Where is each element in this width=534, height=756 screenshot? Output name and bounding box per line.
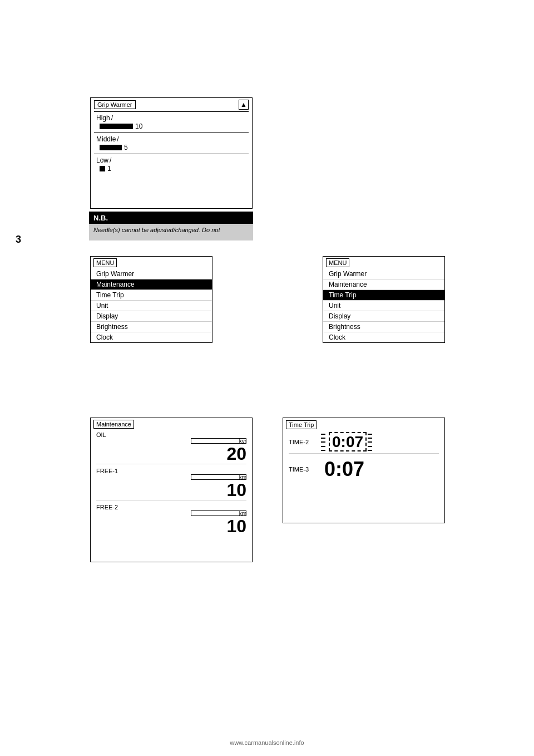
gw-low-value-line: 1 <box>100 165 246 173</box>
gw-middle-bar <box>100 145 122 150</box>
tt-title: Time Trip <box>286 420 317 429</box>
maint-free1-row: FREE-1 km 10 <box>91 467 252 500</box>
menu-item-display[interactable]: Display <box>323 311 444 322</box>
maint-header-row: Maintenance <box>91 418 252 430</box>
tt-spike-left <box>321 434 325 451</box>
menu-item-unit[interactable]: Unit <box>91 301 212 311</box>
nb-box: N.B. <box>89 212 253 224</box>
gw-high-label: High <box>96 114 246 122</box>
gw-middle-label: Middle <box>96 135 246 143</box>
maint-free1-bar <box>191 474 246 480</box>
menu-item-brightness[interactable]: Brightness <box>323 322 444 332</box>
menu-left-items: Grip WarmerMaintenanceTime TripUnitDispl… <box>91 269 212 342</box>
menu-item-grip-warmer[interactable]: Grip Warmer <box>91 269 212 279</box>
tt-time2-label: TIME-2 <box>289 439 322 445</box>
tt-time3-label: TIME-3 <box>289 466 322 473</box>
maint-free1-val-row: 10 <box>96 481 246 499</box>
maint-divider-2 <box>96 500 246 500</box>
menu-item-maintenance[interactable]: Maintenance <box>323 279 444 290</box>
tt-time2-value-wrap: 0:07 <box>327 434 367 451</box>
maint-free2-label: FREE-2 <box>96 504 246 510</box>
maint-free2-bar <box>191 510 246 516</box>
gw-high-value-line: 10 <box>100 122 246 130</box>
grip-warmer-diagram: Grip Warmer ▲ High 10 Middle 5 Low <box>90 97 253 209</box>
menu-item-display[interactable]: Display <box>91 311 212 322</box>
tt-time3-row: TIME-3 0:07 <box>283 457 444 482</box>
menu-right-header-label: MENU <box>326 258 349 267</box>
menu-left: MENU Grip WarmerMaintenanceTime TripUnit… <box>90 256 212 343</box>
maint-free1-label: FREE-1 <box>96 468 246 474</box>
gw-high-row: High 10 <box>91 112 252 132</box>
menu-left-header-label: MENU <box>93 258 117 267</box>
tt-time3-value: 0:07 <box>324 459 364 479</box>
menu-left-header: MENU <box>91 257 212 269</box>
gw-high-bar <box>100 124 133 129</box>
gw-high-value: 10 <box>135 122 142 130</box>
maint-oil-bar <box>191 438 246 444</box>
section-number: 3 <box>16 234 21 246</box>
menu-item-unit[interactable]: Unit <box>323 301 444 311</box>
menu-item-brightness[interactable]: Brightness <box>91 322 212 332</box>
page: 3 Grip Warmer ▲ High 10 Middle 5 <box>0 0 534 756</box>
menu-right-header: MENU <box>323 257 444 269</box>
menu-item-maintenance[interactable]: Maintenance <box>91 279 212 290</box>
maintenance-diagram: Maintenance OIL kyr 20 FREE-1 km 10 <box>90 418 253 562</box>
maint-free2-val-row: 10 <box>96 517 246 535</box>
footer: www.carmanualsonline.info <box>0 739 534 746</box>
nb-text2 <box>89 234 253 240</box>
menu-right: MENU Grip WarmerMaintenanceTime TripUnit… <box>323 256 445 343</box>
tt-divider <box>289 453 439 454</box>
maint-free2-unit: km <box>239 510 246 517</box>
gw-low-value: 1 <box>107 165 111 173</box>
menu-item-grip-warmer[interactable]: Grip Warmer <box>323 269 444 279</box>
maint-divider-1 <box>96 464 246 464</box>
gw-low-label: Low <box>96 156 246 164</box>
maint-oil-row: OIL kyr 20 <box>91 430 252 464</box>
maint-title: Maintenance <box>93 420 134 429</box>
tt-spike-right <box>368 434 372 451</box>
maint-oil-value: 20 <box>226 445 246 463</box>
gw-low-bar <box>100 166 105 171</box>
maint-free2-value: 10 <box>226 517 246 535</box>
time-trip-diagram: Time Trip TIME-2 0:07 <box>283 418 445 523</box>
maint-oil-val-row: 20 <box>96 445 246 463</box>
gw-middle-value-line: 5 <box>100 144 246 151</box>
menu-item-clock[interactable]: Clock <box>323 332 444 342</box>
maint-free1-value: 10 <box>226 481 246 499</box>
menu-item-time-trip[interactable]: Time Trip <box>91 290 212 301</box>
gw-middle-value: 5 <box>124 144 128 151</box>
maint-free2-row: FREE-2 km 10 <box>91 503 252 536</box>
tt-header-row: Time Trip <box>283 418 444 431</box>
maint-oil-unit: kyr <box>239 438 246 444</box>
maint-free1-unit: km <box>239 474 246 480</box>
gw-title: Grip Warmer <box>94 100 136 109</box>
menu-right-items: Grip WarmerMaintenanceTime TripUnitDispl… <box>323 269 444 342</box>
menu-item-time-trip[interactable]: Time Trip <box>323 290 444 301</box>
gw-low-row: Low 1 <box>91 154 252 175</box>
maint-oil-label: OIL <box>96 431 246 438</box>
tt-time2-row: TIME-2 0:07 <box>283 431 444 453</box>
gw-alert-icon: ▲ <box>239 100 249 110</box>
menu-item-clock[interactable]: Clock <box>91 332 212 342</box>
tt-time2-value: 0:07 <box>329 432 367 451</box>
gw-middle-row: Middle 5 <box>91 133 252 154</box>
gw-header: Grip Warmer ▲ <box>91 98 252 111</box>
